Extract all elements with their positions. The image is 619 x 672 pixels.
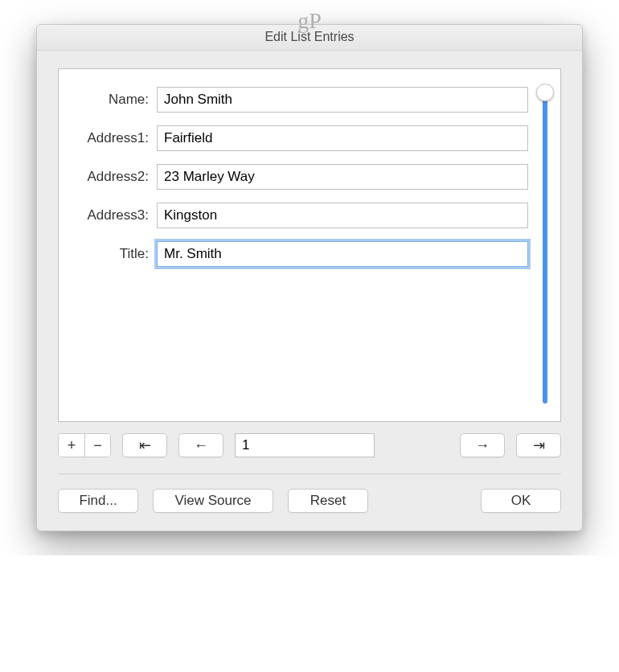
reset-button[interactable]: Reset xyxy=(288,489,368,513)
edit-list-entries-dialog: Edit List Entries Name: Address1: Addres… xyxy=(36,24,583,531)
input-title[interactable] xyxy=(157,241,528,267)
divider xyxy=(58,473,561,474)
label-address3: Address3: xyxy=(67,207,157,223)
prev-record-button[interactable]: ← xyxy=(178,433,223,457)
label-name: Name: xyxy=(67,92,157,108)
label-title: Title: xyxy=(67,246,157,262)
first-record-button[interactable]: ⇤ xyxy=(122,433,167,457)
field-row-address1: Address1: xyxy=(67,125,528,151)
dialog-title: Edit List Entries xyxy=(37,25,582,51)
input-address1[interactable] xyxy=(157,125,528,151)
minus-icon: − xyxy=(93,438,102,453)
view-source-button[interactable]: View Source xyxy=(153,489,273,513)
prev-icon: ← xyxy=(194,438,208,453)
label-address2: Address2: xyxy=(67,169,157,185)
label-address1: Address1: xyxy=(67,130,157,146)
next-icon: → xyxy=(475,438,490,453)
ok-button-label: OK xyxy=(500,493,543,509)
record-slider[interactable] xyxy=(543,87,547,404)
plus-icon: + xyxy=(68,438,76,453)
add-remove-group: + − xyxy=(58,433,111,457)
nav-bar: + − ⇤ ← → ⇥ xyxy=(58,433,561,457)
dialog-content: Name: Address1: Address2: Address3: Titl… xyxy=(37,51,582,531)
find-button[interactable]: Find... xyxy=(58,489,138,513)
ok-button[interactable]: OK xyxy=(481,489,561,513)
record-number-input[interactable] xyxy=(235,433,375,457)
field-row-address3: Address3: xyxy=(67,203,528,228)
input-address3[interactable] xyxy=(157,203,528,228)
field-row-address2: Address2: xyxy=(67,164,528,190)
remove-record-button[interactable]: − xyxy=(84,434,110,457)
input-address2[interactable] xyxy=(157,164,528,190)
find-button-label: Find... xyxy=(68,493,128,509)
input-name[interactable] xyxy=(157,87,528,113)
record-slider-thumb[interactable] xyxy=(536,84,554,101)
first-icon: ⇤ xyxy=(139,438,151,453)
form-panel: Name: Address1: Address2: Address3: Titl… xyxy=(58,68,561,422)
field-row-name: Name: xyxy=(67,87,528,113)
add-record-button[interactable]: + xyxy=(59,434,84,457)
reset-button-label: Reset xyxy=(299,493,357,509)
last-record-button[interactable]: ⇥ xyxy=(516,433,561,457)
field-row-title: Title: xyxy=(67,241,528,267)
last-icon: ⇥ xyxy=(533,438,545,453)
next-record-button[interactable]: → xyxy=(460,433,505,457)
view-source-button-label: View Source xyxy=(163,493,262,509)
footer-buttons: Find... View Source Reset OK xyxy=(58,489,561,513)
